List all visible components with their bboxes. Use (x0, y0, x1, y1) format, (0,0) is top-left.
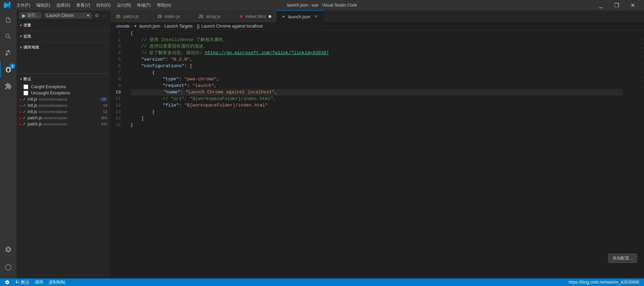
code-text (132, 89, 164, 95)
tab-array-js[interactable]: JS array.js (193, 10, 235, 22)
caught-exceptions-label: Caught Exceptions (31, 84, 66, 89)
bp-item-0[interactable]: ● ✓ init.js src\core\instance ✎ ✕ 16 (17, 96, 110, 102)
vscode-logo-icon (3, 2, 10, 9)
code-line-15: } (130, 122, 623, 128)
tab-close-button[interactable]: ✕ (313, 14, 319, 19)
bp-check-2: ✓ (23, 109, 26, 114)
tab-index-js[interactable]: JS index.js (152, 10, 193, 22)
code-text: , (214, 82, 217, 89)
settings-activity-item[interactable] (0, 241, 17, 258)
menu-edit[interactable]: 编辑(E) (33, 2, 53, 9)
menu-file[interactable]: 文件(F) (14, 2, 33, 9)
line-num-11: 11 (110, 95, 124, 102)
breadcrumb-launch-targets[interactable]: Launch Targets (164, 24, 193, 29)
divider-1 (17, 31, 110, 31)
status-branch-item[interactable]: 断点 (14, 279, 31, 285)
uncaught-exceptions-checkbox[interactable] (23, 91, 28, 95)
play-icon: ▶ (22, 13, 26, 18)
extensions-activity-item[interactable] (0, 78, 17, 94)
callstack-header[interactable]: ▾ 调用堆栈 (17, 43, 110, 52)
code-content[interactable]: { // 使用 IntelliSense 了解相关属性。 // 悬停以查看现有属… (128, 30, 623, 278)
variables-header[interactable]: ▾ 变量 (17, 21, 110, 30)
breadcrumb-vscode[interactable]: .vscode (115, 24, 129, 29)
line-num-5: 5 (110, 56, 124, 63)
tab-index-html[interactable]: H index.html (235, 10, 277, 22)
tab-patch-js[interactable]: JS patch.js (110, 10, 152, 22)
breadcrumb-sep-1: › (131, 24, 132, 29)
more-options-button[interactable]: ··· (102, 12, 107, 19)
tab-label-0: patch.js (123, 14, 139, 19)
menu-terminal[interactable]: 终端(T) (134, 2, 153, 9)
line-num-12: 12 (110, 102, 124, 109)
code-line-2: // 使用 IntelliSense 了解相关属性。 (130, 37, 623, 43)
menu-select[interactable]: 选择(S) (53, 2, 73, 9)
title-bar: 文件(F) 编辑(E) 选择(S) 查看(V) 转到(G) 运行(R) 终端(T… (0, 0, 644, 10)
bp-dot-2: ● (19, 110, 21, 114)
status-warnings-item[interactable]: 进制制制 (47, 279, 67, 285)
bp-item-2[interactable]: ● ✓ init.js src\core\instance 52 (17, 109, 110, 115)
status-debug-item[interactable] (3, 280, 11, 285)
breakpoints-header[interactable]: ▾ 断点 (17, 74, 110, 84)
code-text: : [ (184, 63, 192, 69)
watch-header[interactable]: ▾ 监视 (17, 32, 110, 41)
menu-goto[interactable]: 转到(G) (94, 2, 113, 9)
object-icon: {} (197, 24, 199, 29)
bp-delete-icon-0[interactable]: ✕ (96, 97, 99, 102)
js-icon-1: JS (157, 14, 162, 19)
breadcrumb-launch-json[interactable]: ✦ launch.json (134, 24, 160, 29)
bp-item-4[interactable]: ● ✓ patch.js src\core\vdom 425 (17, 121, 110, 127)
bp-item-3[interactable]: ● ✓ patch.js src\core\vdom 304 (17, 115, 110, 121)
settings-icon-button[interactable]: ⚙ (94, 12, 100, 19)
uncaught-exceptions-item: Uncaught Exceptions (17, 90, 110, 96)
code-url-4[interactable]: https://go.microsoft.com/fwlink/?linkid=… (205, 50, 329, 56)
status-csdn-link[interactable]: https://blog.csdn.net/weixin_42630688 (567, 280, 641, 285)
scm-activity-item[interactable] (0, 45, 17, 61)
line-num-6: 6 (110, 63, 124, 69)
bp-edit-icon-0[interactable]: ✎ (91, 97, 94, 102)
js-icon-2: JS (198, 14, 203, 19)
code-text: : (165, 56, 171, 63)
code-text: "version" (141, 56, 165, 63)
add-config-button[interactable]: 添加配置... (608, 254, 637, 263)
code-editor[interactable]: 1 2 3 4 5 6 7 8 9 10 11 12 13 14 15 { (110, 30, 644, 278)
breadcrumb: .vscode › ✦ launch.json › Launch Targets… (110, 22, 644, 30)
line-num-2: 2 (110, 37, 124, 43)
bp-filename-0: init.js (28, 97, 37, 102)
code-text: { (130, 69, 155, 76)
status-errors-item[interactable]: 调用 (33, 279, 45, 285)
code-text (130, 76, 163, 82)
caught-exceptions-checkbox[interactable] (23, 84, 28, 89)
tab-launch-json[interactable]: ✦ launch.json ✕ (277, 10, 324, 22)
code-text: } (130, 109, 155, 115)
breadcrumb-launch-chrome[interactable]: {} Launch Chrome against localhost (197, 24, 263, 29)
js-icon-0: JS (116, 14, 120, 19)
line-num-4: 4 (110, 50, 124, 56)
code-text: "launch" (192, 82, 214, 89)
close-button[interactable]: ✕ (625, 0, 641, 10)
code-text: : (179, 102, 184, 109)
code-text (130, 63, 141, 69)
tab-label-4: launch.json (288, 14, 311, 19)
menu-view[interactable]: 查看(V) (74, 2, 93, 9)
status-right: https://blog.csdn.net/weixin_42630688 (567, 280, 641, 285)
menu-run[interactable]: 运行(R) (114, 2, 134, 9)
tab-modified-dot (269, 15, 271, 18)
run-debug-button[interactable]: ▶ 运行... (19, 12, 42, 19)
bp-item-1[interactable]: ● ✓ init.js src\core\instance 19 (17, 102, 110, 109)
code-text: { (130, 30, 133, 37)
minimize-button[interactable]: ⎯ (593, 0, 609, 10)
remote-activity-item[interactable] (0, 259, 17, 276)
tab-bar: JS patch.js JS index.js JS array.js H in… (110, 10, 644, 22)
bp-check-3: ✓ (23, 115, 26, 120)
explorer-activity-item[interactable] (0, 12, 17, 28)
code-text: "name" (164, 89, 180, 95)
code-text: ] (130, 115, 144, 122)
menu-help[interactable]: 帮助(H) (154, 2, 174, 9)
debug-activity-item[interactable]: 3 (0, 61, 17, 78)
maximize-button[interactable]: ❐ (609, 0, 625, 10)
search-activity-item[interactable] (0, 28, 17, 45)
status-warning-text: 进制制制 (49, 279, 65, 285)
breadcrumb-sep-2: › (162, 24, 163, 29)
config-select-button[interactable]: Launch Chrom ▾ (44, 12, 92, 19)
activity-bar: 3 (0, 10, 17, 278)
